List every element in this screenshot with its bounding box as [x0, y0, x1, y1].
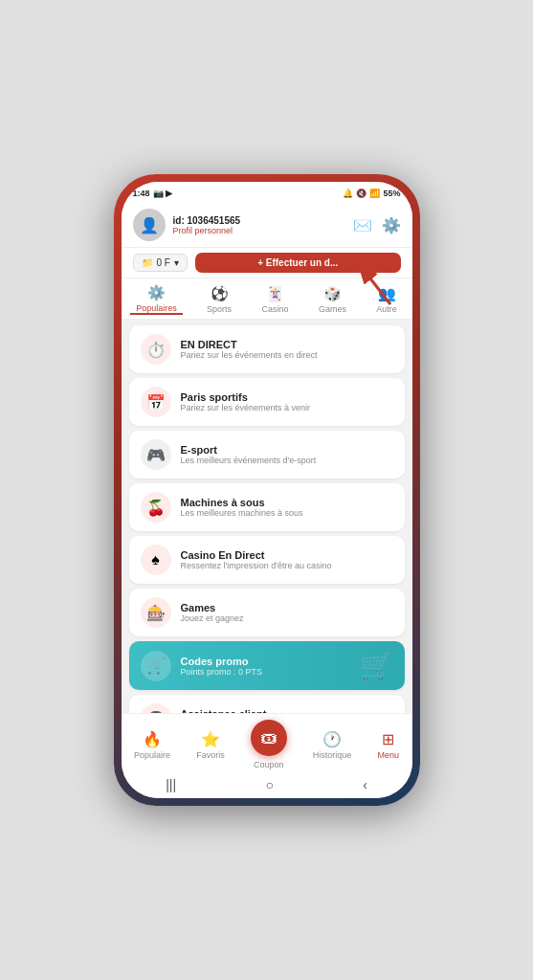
tab-sports[interactable]: ⚽ Sports	[201, 285, 237, 314]
games-menu-icon: 🎰	[141, 597, 171, 628]
e-sport-icon: 🎮	[141, 439, 171, 470]
tab-games[interactable]: 🎲 Games	[313, 285, 352, 314]
e-sport-title: E-sport	[181, 444, 317, 456]
gear-icon[interactable]: ⚙️	[382, 216, 401, 234]
paris-sportifs-subtitle: Pariez sur les événements à venir	[181, 403, 311, 412]
menu-item-codes-promo[interactable]: 🛒 Codes promo Points promo : 0 PTS 🛒	[129, 641, 405, 690]
casino-direct-subtitle: Ressentez l'impression d'être au casino	[181, 561, 332, 570]
tab-autre-label: Autre	[376, 304, 397, 314]
en-direct-subtitle: Pariez sur les événements en direct	[181, 350, 318, 360]
casino-direct-text: Casino En Direct Ressentez l'impression …	[181, 549, 332, 570]
bottom-nav: 🔥 Populaire ⭐ Favoris 🎟 Coupon 🕐 Histori…	[122, 713, 412, 773]
en-direct-icon: ⏱️	[141, 334, 171, 365]
header-left: 👤 id: 1036451565 Profil personnel	[133, 209, 241, 241]
codes-promo-text: Codes promo Points promo : 0 PTS	[181, 656, 263, 677]
games-subtitle: Jouez et gagnez	[181, 613, 244, 623]
tab-games-label: Games	[319, 304, 346, 314]
tab-populaires-label: Populaires	[136, 303, 177, 313]
menu-list: ⏱️ EN DIRECT Pariez sur les événements e…	[122, 320, 412, 713]
games-icon: 🎲	[323, 285, 342, 302]
populaire-icon: 🔥	[143, 730, 162, 748]
machines-sous-icon: 🍒	[141, 492, 171, 523]
menu-item-paris-sportifs[interactable]: 📅 Paris sportifs Pariez sur les événemen…	[129, 378, 405, 426]
header: 👤 id: 1036451565 Profil personnel ✉️ ⚙️	[122, 203, 412, 248]
folder-icon: 📁	[142, 257, 153, 268]
avatar: 👤	[133, 209, 166, 241]
autre-icon: 👥	[378, 285, 396, 302]
bottom-nav-favoris[interactable]: ⭐ Favoris	[190, 730, 231, 760]
coupon-icon: 🎟	[260, 728, 278, 748]
bottom-nav-coupon[interactable]: 🎟 Coupon	[245, 720, 293, 769]
status-right: 🔔 🔇 📶 55%	[343, 189, 400, 198]
paris-sportifs-text: Paris sportifs Pariez sur les événements…	[181, 391, 311, 412]
status-bell: 🔔	[343, 189, 353, 198]
codes-promo-icon: 🛒	[141, 651, 171, 681]
android-nav: ||| ○ ‹	[122, 773, 412, 798]
phone-screen: 1:48 📷 ▶ 🔔 🔇 📶 55% 👤 id: 1036451565 Prof…	[122, 182, 412, 798]
deposit-button[interactable]: + Effectuer un d...	[195, 253, 401, 273]
user-profile: Profil personnel	[173, 226, 241, 235]
favoris-label: Favoris	[196, 750, 225, 760]
menu-item-machines-sous[interactable]: 🍒 Machines à sous Les meilleures machine…	[129, 483, 405, 531]
user-id: id: 1036451565	[173, 215, 241, 226]
codes-promo-subtitle: Points promo : 0 PTS	[181, 667, 263, 677]
avatar-icon: 👤	[140, 216, 159, 234]
menu-item-en-direct[interactable]: ⏱️ EN DIRECT Pariez sur les événements e…	[129, 325, 405, 373]
machines-sous-title: Machines à sous	[181, 497, 303, 508]
assistance-icon: 🎧	[141, 703, 171, 713]
chevron-down-icon: ▾	[174, 257, 179, 268]
phone-frame: 1:48 📷 ▶ 🔔 🔇 📶 55% 👤 id: 1036451565 Prof…	[114, 174, 420, 806]
tab-autre[interactable]: 👥 Autre	[370, 285, 403, 314]
status-icons: 📷 ▶	[153, 189, 173, 198]
status-time: 1:48	[133, 189, 150, 198]
populaire-label: Populaire	[134, 750, 170, 760]
bottom-nav-menu[interactable]: ⊞ Menu	[371, 730, 405, 760]
e-sport-text: E-sport Les meilleurs événements d'e-spo…	[181, 444, 317, 465]
tab-casino[interactable]: 🃏 Casino	[255, 285, 294, 314]
coupon-button[interactable]: 🎟	[251, 720, 287, 756]
games-text: Games Jouez et gagnez	[181, 602, 244, 623]
favoris-icon: ⭐	[201, 730, 220, 748]
menu-item-assistance[interactable]: 🎧 Assistance client Contactez-nous, no..…	[129, 695, 405, 713]
coupon-label: Coupon	[254, 760, 284, 769]
historique-label: Historique	[313, 750, 352, 760]
historique-icon: 🕐	[322, 730, 342, 748]
codes-promo-title: Codes promo	[181, 656, 263, 667]
casino-direct-icon: ♠️	[141, 545, 171, 575]
nav-tabs: ⚙️ Populaires ⚽ Sports 🃏 Casino 🎲 Games …	[122, 278, 412, 320]
en-direct-title: EN DIRECT	[181, 339, 318, 350]
paris-sportifs-title: Paris sportifs	[181, 391, 311, 403]
tab-sports-label: Sports	[207, 304, 232, 314]
user-info: id: 1036451565 Profil personnel	[173, 215, 241, 235]
status-bar: 1:48 📷 ▶ 🔔 🔇 📶 55%	[122, 182, 412, 203]
menu-item-e-sport[interactable]: 🎮 E-sport Les meilleurs événements d'e-s…	[129, 431, 405, 479]
menu-icon: ⊞	[382, 730, 394, 748]
android-recents[interactable]: |||	[166, 777, 176, 792]
games-title: Games	[181, 602, 244, 613]
mail-icon[interactable]: ✉️	[353, 216, 372, 234]
casino-icon: 🃏	[266, 285, 284, 302]
balance-selector[interactable]: 📁 0 F ▾	[133, 254, 188, 272]
header-actions: ✉️ ⚙️	[353, 216, 401, 234]
bottom-nav-historique[interactable]: 🕐 Historique	[307, 730, 358, 760]
e-sport-subtitle: Les meilleurs événements d'e-sport	[181, 456, 317, 465]
android-home[interactable]: ○	[265, 777, 273, 792]
machines-sous-subtitle: Les meilleures machines à sous	[181, 508, 303, 518]
status-battery: 55%	[383, 189, 400, 198]
tab-populaires[interactable]: ⚙️ Populaires	[130, 284, 183, 315]
en-direct-text: EN DIRECT Pariez sur les événements en d…	[181, 339, 318, 360]
status-volume: 🔇	[356, 189, 366, 198]
sports-icon: ⚽	[211, 285, 229, 302]
menu-label: Menu	[377, 750, 399, 760]
casino-direct-title: Casino En Direct	[181, 549, 332, 561]
status-signal: 📶	[369, 189, 380, 198]
machines-sous-text: Machines à sous Les meilleures machines …	[181, 497, 303, 518]
cart-large-icon: 🛒	[360, 651, 393, 680]
android-back[interactable]: ‹	[363, 777, 367, 792]
menu-item-games[interactable]: 🎰 Games Jouez et gagnez	[129, 589, 405, 636]
codes-promo-cart: 🛒	[360, 650, 393, 681]
balance-bar: 📁 0 F ▾ + Effectuer un d...	[122, 248, 412, 278]
bottom-nav-populaire[interactable]: 🔥 Populaire	[128, 730, 176, 760]
menu-item-casino-direct[interactable]: ♠️ Casino En Direct Ressentez l'impressi…	[129, 536, 405, 584]
balance-amount: 0 F	[157, 257, 170, 268]
